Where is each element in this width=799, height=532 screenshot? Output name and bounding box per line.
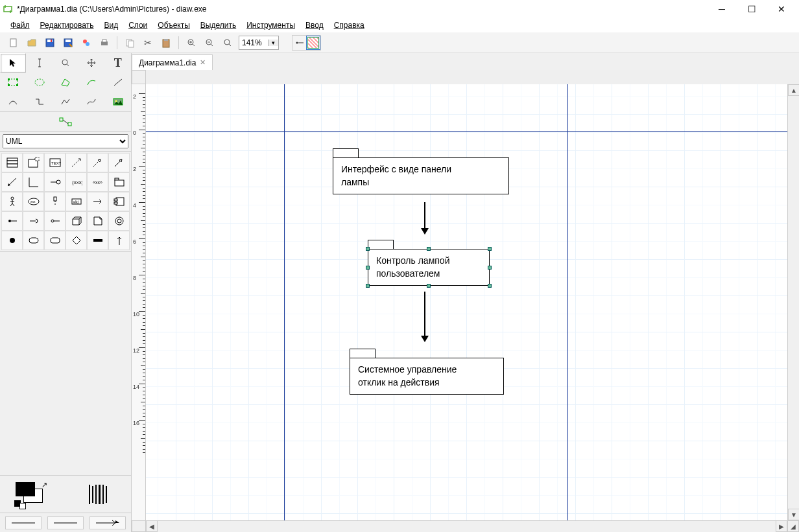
shape-template[interactable] (23, 153, 44, 172)
vertical-scrollbar[interactable]: ▲ ▼ (787, 84, 799, 520)
tool-zoom[interactable] (53, 53, 78, 73)
line-width-style[interactable] (47, 516, 84, 529)
menu-objects[interactable]: Объекты (154, 19, 194, 31)
shape-assoc[interactable] (1, 172, 23, 192)
color-swatches[interactable]: ↗ (14, 481, 51, 508)
shape-port[interactable] (44, 211, 66, 231)
tab-close-icon[interactable]: ✕ (200, 58, 206, 67)
shape-impl[interactable] (44, 172, 66, 192)
menu-view[interactable]: Вид (100, 19, 122, 31)
horizontal-scrollbar[interactable] (158, 520, 776, 532)
tool-bezier[interactable] (78, 73, 104, 92)
tool-arc[interactable] (0, 92, 26, 111)
menubar: Файл Редактировать Вид Слои Объекты Выде… (0, 18, 799, 32)
line-pattern[interactable] (78, 481, 117, 507)
tool-zigzag[interactable] (26, 92, 52, 111)
shape-generalize[interactable] (108, 153, 130, 172)
tool-polygon[interactable] (53, 73, 78, 92)
zoom-dropdown-icon[interactable]: ▾ (268, 40, 278, 46)
node1-line2: лампы (341, 176, 501, 189)
shape-transition[interactable] (108, 231, 130, 250)
open-icon[interactable] (25, 36, 39, 50)
tool-pointer[interactable] (0, 53, 26, 73)
shape-lifeline[interactable] (44, 192, 66, 211)
shape-stereotype[interactable]: «xx» (87, 172, 108, 192)
shape-decision[interactable] (66, 231, 87, 250)
shape-initial[interactable] (1, 231, 23, 250)
tool-polyline[interactable] (53, 92, 78, 111)
tab-diagram1[interactable]: Диаграмма1.dia ✕ (132, 54, 213, 70)
scroll-right-icon[interactable]: ▶ (776, 520, 787, 532)
shape-ring[interactable] (108, 211, 130, 231)
tool-text-cursor[interactable] (26, 53, 52, 73)
shape-activity[interactable] (44, 231, 66, 250)
shape-usecase[interactable]: xxx (23, 192, 44, 211)
export-icon[interactable] (79, 36, 93, 50)
tool-ellipse[interactable] (26, 73, 52, 92)
menu-help[interactable]: Справка (330, 19, 368, 31)
resize-grip-icon[interactable]: ◢ (787, 520, 799, 532)
shape-actor[interactable] (1, 192, 23, 211)
paste-icon[interactable] (159, 36, 173, 50)
vertical-ruler[interactable]: 20246810121416 (132, 84, 146, 520)
shape-constraint[interactable]: {xxx} (66, 172, 87, 192)
arrow-2-3[interactable] (418, 290, 431, 347)
tool-image[interactable] (105, 92, 131, 111)
uml-package-1[interactable]: Интерфейс с виде панели лампы (333, 148, 509, 194)
tool-move[interactable] (78, 53, 104, 73)
save-icon[interactable] (43, 36, 57, 50)
shape-aggr[interactable] (23, 172, 44, 192)
node1-line1: Интерфейс с виде панели (341, 163, 501, 176)
shape-bar[interactable] (87, 231, 108, 250)
line-end-style[interactable] (89, 516, 126, 529)
tool-connector[interactable] (53, 112, 78, 132)
menu-select[interactable]: Выделить (197, 19, 240, 31)
new-icon[interactable] (6, 36, 21, 50)
uml-package-2[interactable]: Контроль лампой пользователем (368, 240, 490, 286)
menu-layers[interactable]: Слои (125, 19, 151, 31)
snap-grid-icon[interactable] (294, 37, 305, 49)
shape-smallpkg[interactable] (108, 172, 130, 192)
saveas-icon[interactable] (61, 36, 75, 50)
shape-message[interactable] (87, 192, 108, 211)
scroll-left-icon[interactable]: ◀ (146, 520, 158, 532)
tool-box[interactable] (0, 73, 26, 92)
copy-icon[interactable] (123, 36, 137, 50)
menu-input[interactable]: Ввод (302, 19, 328, 31)
maximize-button[interactable]: ☐ (737, 0, 767, 18)
close-button[interactable]: ✕ (767, 0, 796, 18)
minimize-button[interactable]: ─ (707, 0, 737, 18)
uml-package-3[interactable]: Системное управление отклик на действия (350, 349, 504, 395)
menu-file[interactable]: Файл (6, 19, 34, 31)
tool-text[interactable]: T (105, 53, 131, 73)
shape-node[interactable] (66, 211, 87, 231)
menu-edit[interactable]: Редактировать (36, 19, 98, 31)
shape-note[interactable] (87, 211, 108, 231)
cut-icon[interactable]: ✂ (141, 36, 155, 50)
snap-object-icon[interactable] (307, 37, 319, 49)
arrow-1-2[interactable] (418, 201, 431, 240)
shape-dependency[interactable] (66, 153, 87, 172)
shape-text[interactable]: TEXT (44, 153, 66, 172)
scroll-down-icon[interactable]: ▼ (788, 509, 799, 520)
shape-provided[interactable] (23, 211, 44, 231)
zoom-fit-icon[interactable] (221, 36, 235, 50)
tool-line[interactable] (105, 73, 131, 92)
shape-component[interactable] (108, 192, 130, 211)
tool-curve[interactable] (78, 92, 104, 111)
print-icon[interactable] (97, 36, 112, 50)
canvas[interactable]: Интерфейс с виде панели лампы Контроль л… (146, 84, 787, 520)
scroll-up-icon[interactable]: ▲ (788, 84, 799, 96)
shape-state[interactable] (23, 231, 44, 250)
shape-class[interactable] (1, 153, 23, 172)
shapeset-select[interactable]: UML (3, 134, 128, 148)
shape-required[interactable] (1, 211, 23, 231)
shape-realize[interactable] (87, 153, 108, 172)
line-start-style[interactable] (5, 516, 42, 529)
zoom-in-icon[interactable] (184, 36, 198, 50)
menu-tools[interactable]: Инструменты (243, 19, 299, 31)
zoom-combo[interactable]: ▾ (239, 36, 279, 50)
zoom-out-icon[interactable] (202, 36, 217, 50)
shape-object[interactable]: obj (66, 192, 87, 211)
zoom-input[interactable] (239, 38, 268, 47)
